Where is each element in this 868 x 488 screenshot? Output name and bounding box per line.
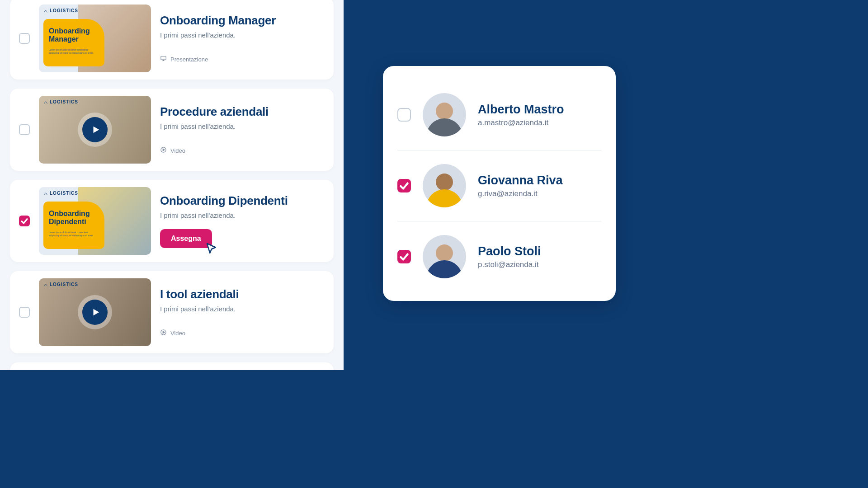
cursor-icon — [205, 242, 218, 257]
course-meta: Video — [160, 329, 325, 337]
course-card[interactable]: LOGISTICS Onboarding Dipendenti Lorem ip… — [10, 180, 334, 262]
video-icon — [160, 329, 167, 337]
course-card[interactable]: LOGISTICS I tool aziendali I primi passi… — [10, 271, 334, 353]
avatar — [423, 93, 466, 136]
logo-badge: LOGISTICS — [43, 191, 78, 196]
person-name: Alberto Mastro — [478, 103, 564, 117]
course-checkbox[interactable] — [19, 307, 30, 318]
course-thumbnail: LOGISTICS Onboarding Manager Lorem ipsum… — [39, 5, 151, 72]
logo-badge: LOGISTICS — [43, 282, 78, 287]
course-title: Onboarding Manager — [160, 14, 325, 28]
person-name: Paolo Stoli — [478, 244, 541, 258]
course-checkbox[interactable] — [19, 33, 30, 44]
svg-marker-4 — [93, 309, 99, 316]
person-row[interactable]: Paolo Stoli p.stoli@azienda.it — [397, 221, 601, 292]
person-row[interactable]: Alberto Mastro a.mastro@azienda.it — [397, 80, 601, 150]
assign-button[interactable]: Assegna — [160, 229, 212, 248]
people-panel: Alberto Mastro a.mastro@azienda.it Giova… — [383, 66, 616, 301]
person-name: Giovanna Riva — [478, 174, 563, 188]
course-meta: Presentazione — [160, 55, 325, 63]
avatar — [423, 235, 466, 278]
course-checkbox[interactable] — [19, 124, 30, 135]
courses-list: LOGISTICS Onboarding Manager Lorem ipsum… — [10, 0, 334, 370]
courses-panel: LOGISTICS Onboarding Manager Lorem ipsum… — [0, 0, 344, 370]
logo-badge: LOGISTICS — [43, 8, 78, 13]
play-icon[interactable] — [82, 117, 108, 142]
course-description: I primi passi nell'azienda. — [160, 211, 325, 219]
course-thumbnail: LOGISTICS — [39, 96, 151, 164]
thumbnail-card: Onboarding Manager Lorem ipsum dolor sit… — [43, 19, 104, 66]
svg-rect-0 — [161, 56, 166, 60]
course-title: Onboarding Dipendenti — [160, 194, 325, 208]
person-checkbox[interactable] — [397, 250, 411, 263]
svg-marker-6 — [163, 331, 165, 333]
video-icon — [160, 146, 167, 155]
course-card[interactable]: LOGISTICS — [10, 362, 334, 370]
course-title: I tool aziendali — [160, 287, 325, 301]
person-checkbox[interactable] — [397, 108, 411, 122]
svg-marker-1 — [93, 127, 99, 133]
course-card[interactable]: LOGISTICS Procedure aziendali I primi pa… — [10, 89, 334, 171]
person-row[interactable]: Giovanna Riva g.riva@azienda.it — [397, 150, 601, 221]
course-description: I primi passi nell'azienda. — [160, 122, 325, 130]
presentation-icon — [160, 55, 167, 63]
course-meta: Video — [160, 146, 325, 155]
course-title: Procedure aziendali — [160, 105, 325, 119]
avatar — [423, 164, 466, 207]
course-thumbnail: LOGISTICS — [39, 278, 151, 346]
svg-marker-3 — [163, 149, 165, 151]
person-email: g.riva@azienda.it — [478, 189, 563, 198]
person-email: p.stoli@azienda.it — [478, 260, 541, 269]
course-description: I primi passi nell'azienda. — [160, 31, 325, 39]
right-area: Alberto Mastro a.mastro@azienda.it Giova… — [344, 0, 663, 370]
person-email: a.mastro@azienda.it — [478, 118, 564, 127]
course-thumbnail: LOGISTICS Onboarding Dipendenti Lorem ip… — [39, 187, 151, 255]
course-description: I primi passi nell'azienda. — [160, 305, 325, 313]
logo-badge: LOGISTICS — [43, 99, 78, 104]
person-checkbox[interactable] — [397, 179, 411, 192]
play-icon[interactable] — [82, 300, 108, 325]
thumbnail-card: Onboarding Dipendenti Lorem ipsum dolor … — [43, 202, 104, 249]
course-checkbox[interactable] — [19, 216, 30, 226]
course-card[interactable]: LOGISTICS Onboarding Manager Lorem ipsum… — [10, 0, 334, 80]
